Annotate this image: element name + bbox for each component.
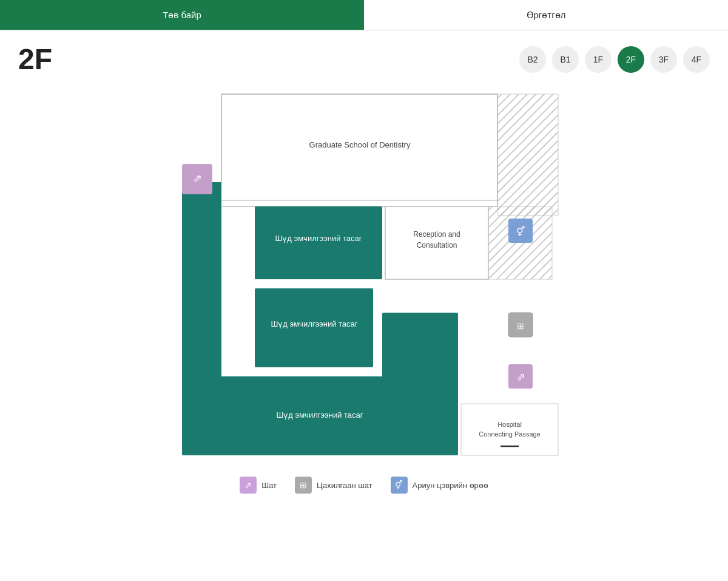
svg-text:⚥: ⚥ [516,226,525,237]
svg-text:⇗: ⇗ [516,371,525,383]
elevator-legend-icon: ⊞ [295,477,312,494]
floor-btn-3f[interactable]: 3F [650,46,677,73]
main-content: 2F B2 B1 1F 2F 3F 4F Graduate School of … [0,30,728,506]
svg-text:Reception and: Reception and [413,230,460,239]
svg-text:Connecting Passage: Connecting Passage [479,430,541,438]
svg-text:⇗: ⇗ [193,172,202,185]
floor-btn-b1[interactable]: B1 [552,46,579,73]
svg-text:Hospital: Hospital [497,421,522,428]
svg-rect-18 [382,313,458,379]
elevator-label: Цахилгаан шат [317,481,372,490]
header: Төв байр Өргөтгөл [0,0,728,30]
floor-nav-row: 2F B2 B1 1F 2F 3F 4F [18,42,710,76]
stairs-label: Шат [261,481,277,490]
svg-text:Шүд эмчилгээний тасаг: Шүд эмчилгээний тасаг [271,319,357,328]
tab-extension[interactable]: Өргөтгөл [364,0,728,30]
tab-main-building[interactable]: Төв байр [0,0,364,30]
stairs-legend-icon: ⇗ [240,477,257,494]
svg-rect-8 [255,206,382,279]
floor-btn-b2[interactable]: B2 [519,46,546,73]
svg-rect-4 [497,94,558,216]
svg-text:Шүд эмчилгээний тасаг: Шүд эмчилгээний тасаг [276,410,363,420]
svg-text:Graduate School of Dentistry: Graduate School of Dentistry [309,140,411,149]
legend-elevator: ⊞ Цахилгаан шат [295,477,372,494]
map-wrapper: Graduate School of Dentistry ⇗ Шүд эмчил… [18,88,710,464]
floor-btn-1f[interactable]: 1F [585,46,612,73]
restroom-legend-icon: ⚥ [391,477,408,494]
floor-buttons: B2 B1 1F 2F 3F 4F [519,46,710,73]
floor-btn-2f[interactable]: 2F [618,46,644,73]
floor-label: 2F [18,42,52,76]
legend-stairs: ⇗ Шат [240,477,277,494]
svg-text:Шүд эмчилгээний тасаг: Шүд эмчилгээний тасаг [275,234,362,243]
legend: ⇗ Шат ⊞ Цахилгаан шат ⚥ Ариун цэврийн өр… [18,477,710,494]
svg-text:Consultation: Consultation [417,241,457,250]
floor-btn-4f[interactable]: 4F [683,46,710,73]
restroom-label: Ариун цэврийн өрөө [413,481,488,490]
floor-map: Graduate School of Dentistry ⇗ Шүд эмчил… [164,88,564,464]
svg-text:⊞: ⊞ [517,321,524,331]
svg-rect-25 [461,404,558,455]
legend-restroom: ⚥ Ариун цэврийн өрөө [391,477,488,494]
